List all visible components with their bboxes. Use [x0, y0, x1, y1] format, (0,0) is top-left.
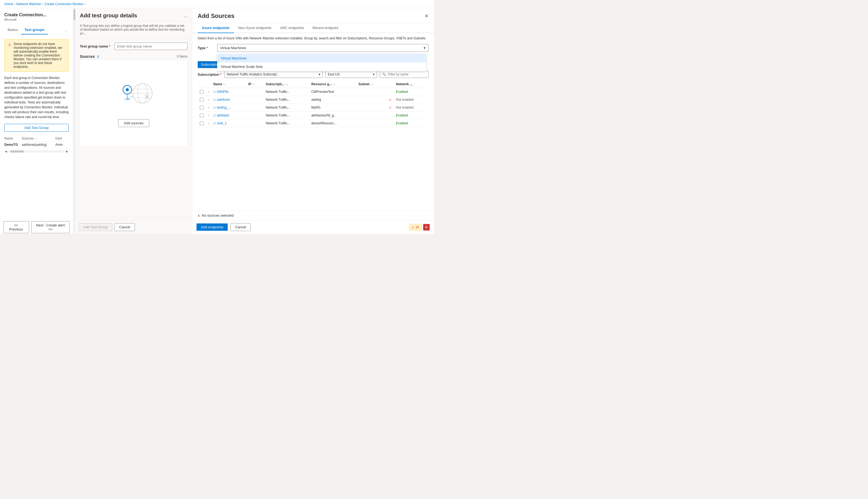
- row-subnet-0: [356, 88, 386, 96]
- row-checkbox-3[interactable]: [198, 112, 206, 120]
- row-expand-4[interactable]: ›: [206, 120, 211, 127]
- sidebar-table-header: Name Sources ↑↓ Dest: [4, 135, 69, 142]
- row-checkbox-1[interactable]: [198, 96, 206, 104]
- row-network-status-4: Enabled: [394, 120, 429, 127]
- row-subnet-4: [356, 120, 386, 127]
- col-expand: [206, 81, 211, 88]
- breadcrumb-sep3: ›: [84, 2, 86, 6]
- row-subscription-1: Network Traffic...: [263, 96, 309, 104]
- tab-arc-endpoints[interactable]: ARC endpoints: [276, 23, 308, 33]
- row-resource-group-3: abhilashaVM_g...: [309, 112, 356, 120]
- row-expand-2[interactable]: ›: [206, 104, 211, 112]
- row-expand-1[interactable]: ›: [206, 96, 211, 104]
- row-checkbox-0[interactable]: [198, 88, 206, 96]
- breadcrumb-home[interactable]: Home: [4, 2, 13, 6]
- svg-point-1: [126, 88, 129, 91]
- sidebar-subtitle: Microsoft: [4, 18, 69, 21]
- col-ip[interactable]: IP ↑↓: [246, 81, 263, 88]
- right-panel: Add Sources ✕ Azure endpoints Non-Azure …: [192, 8, 434, 234]
- error-close-button[interactable]: ✕: [423, 224, 430, 231]
- row-name-1: ⬡ aahilvnet: [211, 96, 246, 104]
- filter-by-name-input[interactable]: [388, 73, 426, 76]
- col-warning: [386, 81, 394, 88]
- col-network: Network ...: [394, 81, 429, 88]
- breadcrumb-network-watcher[interactable]: Network Watcher: [16, 2, 41, 6]
- row-sources: aahilvnet(aahilrg): [22, 143, 54, 147]
- row-expand-0[interactable]: ›: [206, 88, 211, 96]
- breadcrumb-create-connection-monitor[interactable]: Create Connection Monitor: [45, 2, 83, 6]
- row-subnet-2: [356, 104, 386, 112]
- tab-non-azure-endpoints[interactable]: Non-Azure endpoints: [234, 23, 276, 33]
- sort-sub-icon: ↑↓: [285, 83, 288, 86]
- region-select[interactable]: East US ▾: [325, 71, 377, 78]
- sidebar-bottom-bar: << Previous Next : Create alert >>: [0, 220, 73, 234]
- row-network-status-2: Not enabled: [394, 104, 429, 112]
- sidebar-scrollbar[interactable]: [73, 8, 75, 234]
- col-header-sources: Sources ↑↓: [22, 136, 54, 141]
- filter-input-container[interactable]: 🔍: [380, 71, 429, 78]
- type-select-value: Virtual Machines: [220, 46, 246, 50]
- sort-rg-icon: ↑↓: [333, 83, 335, 86]
- cancel-right-button[interactable]: Cancel: [231, 223, 250, 231]
- subscription-label: Subscription *: [198, 73, 222, 76]
- test-group-name-input[interactable]: [114, 42, 188, 50]
- row-subscription-2: Network Traffic...: [263, 104, 309, 112]
- chevron-up-icon: ∧: [198, 214, 200, 218]
- col-subscription[interactable]: Subscripti... ↑↓: [263, 81, 309, 88]
- sort-ip-icon: ↑↓: [252, 83, 255, 86]
- row-subnet-3: [356, 112, 386, 120]
- tab-recent-endpoint[interactable]: Recent endpoint: [308, 23, 343, 33]
- tab-test-groups[interactable]: Test groups: [21, 25, 48, 35]
- col-subnet[interactable]: Subnet ↑↓: [356, 81, 386, 88]
- col-resource-group[interactable]: Resource g... ↑↓: [309, 81, 356, 88]
- type-label: Type *: [198, 46, 214, 50]
- scroll-right-arrow[interactable]: ►: [65, 149, 69, 154]
- row-warning-4: [386, 120, 394, 127]
- sources-section: Sources ℹ 0 Items: [80, 54, 188, 147]
- add-endpoints-button[interactable]: Add endpoints: [197, 223, 228, 231]
- previous-button[interactable]: << Previous: [3, 221, 29, 233]
- close-button[interactable]: ✕: [424, 13, 429, 19]
- breadcrumb-bar: Home › Network Watcher › Create Connecti…: [0, 0, 434, 8]
- table-row: › ⬡ abhilash. Network Traffic... abhilas…: [198, 112, 429, 120]
- sidebar-more[interactable]: ...: [63, 25, 69, 35]
- add-sources-button[interactable]: Add sources: [118, 119, 149, 127]
- row-checkbox-2[interactable]: [198, 104, 206, 112]
- sources-label: Sources: [80, 54, 95, 59]
- no-sources-label: No sources selected: [202, 214, 234, 218]
- row-ip-4: [246, 120, 263, 127]
- tab-basics[interactable]: Basics: [4, 25, 21, 35]
- next-button[interactable]: Next : Create alert >>: [31, 221, 70, 233]
- middle-panel: Add test group details ... A Test group …: [75, 8, 192, 234]
- row-expand-3[interactable]: ›: [206, 112, 211, 120]
- dropdown-item-virtual-machines[interactable]: Virtual Machines: [218, 54, 426, 62]
- dropdown-item-vmss[interactable]: Virtual Machine Scale Sets: [218, 62, 426, 71]
- scroll-thumb: [10, 150, 24, 153]
- endpoints-table: Name ↑↓ IP ↑↓ Subscripti... ↑↓: [198, 81, 429, 127]
- middle-panel-desc: A Test group lets you define a logical g…: [75, 21, 192, 38]
- breadcrumb-sep2: ›: [42, 2, 44, 6]
- row-checkbox-4[interactable]: [198, 120, 206, 127]
- sources-info-icon[interactable]: ℹ: [97, 54, 99, 59]
- sort-subnet-icon: ↑↓: [371, 83, 373, 86]
- cancel-middle-button[interactable]: Cancel: [114, 223, 135, 231]
- subscription-select[interactable]: Network Traffic Analytics Subscript... ▾: [224, 71, 323, 78]
- test-group-name-row: Test group name *: [80, 42, 188, 50]
- scrollbar-thumb: [74, 9, 75, 20]
- type-dropdown-menu: Virtual Machines Virtual Machine Scale S…: [217, 54, 426, 71]
- type-select[interactable]: Virtual Machines ▾: [217, 44, 429, 52]
- sources-count: 0 Items: [177, 54, 188, 58]
- col-header-dest: Dest: [55, 136, 69, 141]
- right-panel-body: Select from a list of Azure VMs with Net…: [192, 33, 434, 210]
- add-test-group-button[interactable]: Add Test Group: [4, 124, 69, 132]
- tab-azure-endpoints[interactable]: Azure endpoints: [198, 23, 234, 33]
- scroll-left-arrow[interactable]: ◄: [4, 149, 8, 154]
- sidebar-tabs: Basics Test groups ...: [4, 25, 69, 35]
- middle-bottom-bar: Add Test Group Cancel: [75, 220, 192, 234]
- sidebar-title: Create Connection...: [4, 12, 69, 17]
- row-ip-3: [246, 112, 263, 120]
- row-resource-group-1: aahilrg: [309, 96, 356, 104]
- col-name[interactable]: Name ↑↓: [211, 81, 246, 88]
- middle-panel-more[interactable]: ...: [184, 13, 188, 18]
- right-panel-header: Add Sources ✕: [192, 8, 434, 23]
